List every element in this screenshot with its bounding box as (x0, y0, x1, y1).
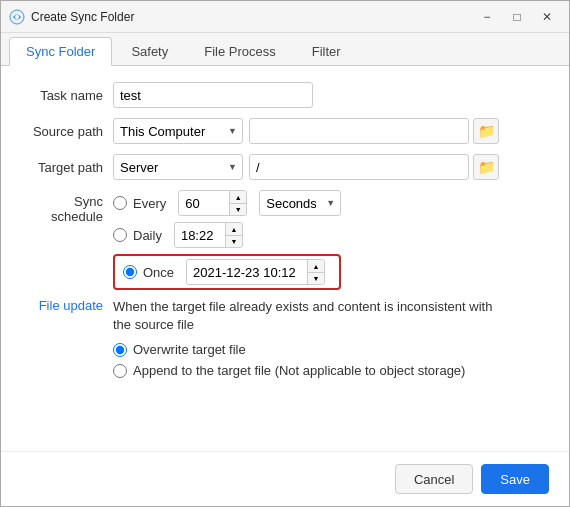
file-update-row: File update When the target file already… (25, 298, 545, 378)
append-row: Append to the target file (Not applicabl… (113, 363, 493, 378)
source-browse-button[interactable]: 📁 (473, 118, 499, 144)
every-value-input[interactable] (179, 191, 229, 215)
schedule-options: Every ▲ ▼ Seconds Minutes Hours (113, 190, 341, 290)
window-title: Create Sync Folder (31, 10, 473, 24)
source-path-row: Source path This Computer Server FTP ▼ 📁 (25, 118, 545, 144)
file-update-label: File update (25, 298, 113, 313)
source-browse-icon: 📁 (478, 123, 495, 139)
every-unit-wrapper: Seconds Minutes Hours ▼ (259, 190, 341, 216)
form-content: Task name Source path This Computer Serv… (1, 66, 569, 451)
once-label: Once (143, 265, 174, 280)
tab-file-process[interactable]: File Process (187, 37, 293, 65)
sync-schedule-section: Sync schedule Every ▲ ▼ Se (25, 190, 545, 290)
overwrite-radio[interactable] (113, 343, 127, 357)
cancel-button[interactable]: Cancel (395, 464, 473, 494)
source-path-input[interactable] (249, 118, 469, 144)
overwrite-row: Overwrite target file (113, 342, 493, 357)
once-datetime-spinbox: ▲ ▼ (186, 259, 325, 285)
target-path-select-wrapper: Server This Computer FTP ▼ (113, 154, 243, 180)
svg-point-1 (15, 15, 19, 19)
tab-bar: Sync Folder Safety File Process Filter (1, 33, 569, 66)
daily-time-spinbox: ▲ ▼ (174, 222, 243, 248)
close-button[interactable]: ✕ (533, 6, 561, 28)
target-path-label: Target path (25, 160, 113, 175)
main-window: Create Sync Folder − □ ✕ Sync Folder Saf… (0, 0, 570, 507)
source-path-select[interactable]: This Computer Server FTP (113, 118, 243, 144)
every-spinbox-buttons: ▲ ▼ (229, 191, 246, 215)
task-name-row: Task name (25, 82, 545, 108)
daily-row: Daily ▲ ▼ (113, 222, 341, 248)
every-down-button[interactable]: ▼ (230, 203, 246, 215)
source-path-select-wrapper: This Computer Server FTP ▼ (113, 118, 243, 144)
minimize-button[interactable]: − (473, 6, 501, 28)
target-path-row: Target path Server This Computer FTP ▼ 📁 (25, 154, 545, 180)
target-path-select[interactable]: Server This Computer FTP (113, 154, 243, 180)
once-down-button[interactable]: ▼ (308, 272, 324, 284)
every-unit-select[interactable]: Seconds Minutes Hours (259, 190, 341, 216)
tab-safety[interactable]: Safety (114, 37, 185, 65)
source-path-label: Source path (25, 124, 113, 139)
task-name-input[interactable] (113, 82, 313, 108)
every-up-button[interactable]: ▲ (230, 191, 246, 203)
once-spinbox-buttons: ▲ ▼ (307, 260, 324, 284)
daily-time-input[interactable] (175, 223, 225, 247)
every-row: Every ▲ ▼ Seconds Minutes Hours (113, 190, 341, 216)
sync-schedule-label: Sync schedule (25, 190, 113, 224)
maximize-button[interactable]: □ (503, 6, 531, 28)
app-icon (9, 9, 25, 25)
once-row: Once ▲ ▼ (113, 254, 341, 290)
save-button[interactable]: Save (481, 464, 549, 494)
target-path-input[interactable] (249, 154, 469, 180)
every-spinbox: ▲ ▼ (178, 190, 247, 216)
daily-radio[interactable] (113, 228, 127, 242)
title-bar: Create Sync Folder − □ ✕ (1, 1, 569, 33)
once-radio[interactable] (123, 265, 137, 279)
every-radio[interactable] (113, 196, 127, 210)
overwrite-label: Overwrite target file (133, 342, 246, 357)
tab-sync-folder[interactable]: Sync Folder (9, 37, 112, 66)
append-radio[interactable] (113, 364, 127, 378)
tab-filter[interactable]: Filter (295, 37, 358, 65)
target-browse-icon: 📁 (478, 159, 495, 175)
daily-down-button[interactable]: ▼ (226, 235, 242, 247)
daily-spinbox-buttons: ▲ ▼ (225, 223, 242, 247)
file-update-content: When the target file already exists and … (113, 298, 493, 378)
once-datetime-input[interactable] (187, 260, 307, 284)
target-browse-button[interactable]: 📁 (473, 154, 499, 180)
file-update-description: When the target file already exists and … (113, 298, 493, 334)
task-name-label: Task name (25, 88, 113, 103)
daily-up-button[interactable]: ▲ (226, 223, 242, 235)
window-controls: − □ ✕ (473, 6, 561, 28)
footer: Cancel Save (1, 451, 569, 506)
every-label: Every (133, 196, 166, 211)
append-label: Append to the target file (Not applicabl… (133, 363, 465, 378)
daily-label: Daily (133, 228, 162, 243)
once-up-button[interactable]: ▲ (308, 260, 324, 272)
